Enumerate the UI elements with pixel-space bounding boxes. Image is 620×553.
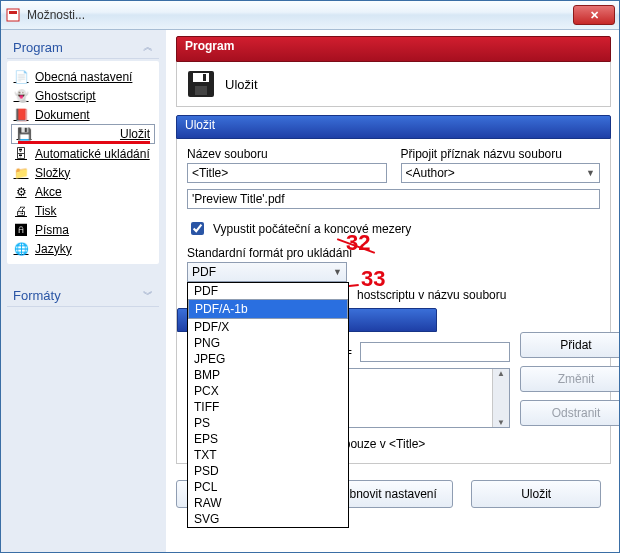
sidebar-item-label: Dokument bbox=[35, 108, 90, 122]
format-option[interactable]: PS bbox=[188, 415, 348, 431]
sidebar-item-general[interactable]: 📄 Obecná nastavení bbox=[11, 67, 155, 86]
sidebar-item-actions[interactable]: ⚙ Akce bbox=[11, 182, 155, 201]
category-header[interactable]: Formáty ︾ bbox=[7, 284, 159, 307]
chevron-up-icon: ︽ bbox=[143, 40, 153, 54]
sidebar-item-label: Obecná nastavení bbox=[35, 70, 132, 84]
svg-rect-1 bbox=[9, 11, 17, 14]
format-option[interactable]: PDF/A-1b bbox=[188, 299, 348, 319]
save-panel-header: Uložit bbox=[176, 115, 611, 139]
format-option[interactable]: PDF bbox=[188, 283, 348, 299]
file-name-label: Název souboru bbox=[187, 147, 387, 161]
sidebar-item-languages[interactable]: 🌐 Jazyky bbox=[11, 239, 155, 258]
options-window: Možnosti... ✕ Program ︽ 📄 Obecná nastave… bbox=[0, 0, 620, 553]
format-option[interactable]: RAW bbox=[188, 495, 348, 511]
banner-subtitle: Uložit bbox=[225, 77, 258, 92]
sidebar-category-formats: Formáty ︾ bbox=[7, 284, 159, 307]
svg-rect-0 bbox=[7, 9, 19, 21]
save-button[interactable]: Uložit bbox=[471, 480, 601, 508]
svg-rect-5 bbox=[203, 74, 206, 81]
page-icon: 📄 bbox=[13, 69, 29, 85]
window-body: Program ︽ 📄 Obecná nastavení 👻 Ghostscri… bbox=[1, 30, 619, 552]
chevron-down-icon: ▼ bbox=[586, 168, 595, 178]
flag-select[interactable]: <Author> ▼ bbox=[401, 163, 601, 183]
remove-button[interactable]: Odstranit bbox=[520, 400, 619, 426]
format-dropdown[interactable]: PDF ▼ PDF PDF/A-1b PDF/X PNG JPEG BMP PC… bbox=[187, 262, 347, 282]
autosave-icon: 🗄 bbox=[13, 146, 29, 162]
app-icon bbox=[5, 7, 21, 23]
sidebar-item-save[interactable]: 💾 Uložit bbox=[11, 124, 155, 144]
format-option[interactable]: BMP bbox=[188, 367, 348, 383]
banner-title: Program bbox=[185, 39, 234, 53]
category-header[interactable]: Program ︽ bbox=[7, 36, 159, 59]
floppy-icon bbox=[187, 70, 215, 98]
category-title: Formáty bbox=[13, 288, 61, 303]
std-format-label: Standardní formát pro ukládání bbox=[187, 246, 352, 260]
window-title: Možnosti... bbox=[27, 8, 573, 22]
ghost-icon: 👻 bbox=[13, 88, 29, 104]
save-panel: Název souboru Připojit příznak názvu sou… bbox=[176, 139, 611, 464]
document-icon: 📕 bbox=[13, 107, 29, 123]
svg-rect-4 bbox=[195, 86, 207, 95]
format-option[interactable]: EPS bbox=[188, 431, 348, 447]
close-button[interactable]: ✕ bbox=[573, 5, 615, 25]
format-option[interactable]: PCL bbox=[188, 479, 348, 495]
format-option[interactable]: PDF/X bbox=[188, 319, 348, 335]
format-option[interactable]: TXT bbox=[188, 447, 348, 463]
preview-input[interactable] bbox=[187, 189, 600, 209]
printer-icon: 🖨 bbox=[13, 203, 29, 219]
format-option[interactable]: TIFF bbox=[188, 399, 348, 415]
banner-body: Uložit bbox=[176, 62, 611, 107]
flag-label: Připojit příznak názvu souboru bbox=[401, 147, 601, 161]
language-icon: 🌐 bbox=[13, 241, 29, 257]
titlebar: Možnosti... ✕ bbox=[1, 1, 619, 30]
format-dropdown-button[interactable]: PDF ▼ bbox=[187, 262, 347, 282]
scrollbar[interactable]: ▲▼ bbox=[492, 369, 509, 427]
sidebar-category-program: Program ︽ 📄 Obecná nastavení 👻 Ghostscri… bbox=[7, 36, 159, 264]
trim-label: Vypustit počáteční a koncové mezery bbox=[213, 222, 411, 236]
annotation-underline bbox=[18, 141, 150, 144]
sidebar-item-label: Jazyky bbox=[35, 242, 72, 256]
sidebar: Program ︽ 📄 Obecná nastavení 👻 Ghostscri… bbox=[1, 30, 166, 552]
replace-to-input[interactable] bbox=[360, 342, 510, 362]
sidebar-item-label: Písma bbox=[35, 223, 69, 237]
sidebar-item-document[interactable]: 📕 Dokument bbox=[11, 105, 155, 124]
category-body: 📄 Obecná nastavení 👻 Ghostscript 📕 Dokum… bbox=[7, 61, 159, 264]
format-option[interactable]: PCX bbox=[188, 383, 348, 399]
sidebar-item-label: Ghostscript bbox=[35, 89, 96, 103]
chevron-down-icon: ▼ bbox=[333, 267, 342, 277]
floppy-icon: 💾 bbox=[16, 126, 32, 142]
sidebar-item-label: Akce bbox=[35, 185, 62, 199]
add-button[interactable]: Přidat bbox=[520, 332, 619, 358]
chevron-down-icon: ︾ bbox=[143, 288, 153, 302]
sidebar-item-fonts[interactable]: 🅰 Písma bbox=[11, 220, 155, 239]
sidebar-item-ghostscript[interactable]: 👻 Ghostscript bbox=[11, 86, 155, 105]
category-title: Program bbox=[13, 40, 63, 55]
sidebar-item-print[interactable]: 🖨 Tisk bbox=[11, 201, 155, 220]
format-option[interactable]: PSD bbox=[188, 463, 348, 479]
ghostscript-label-fragment: hostscriptu v názvu souboru bbox=[357, 288, 506, 302]
flag-value: <Author> bbox=[406, 166, 455, 180]
font-icon: 🅰 bbox=[13, 222, 29, 238]
format-dropdown-list: PDF PDF/A-1b PDF/X PNG JPEG BMP PCX TIFF… bbox=[187, 282, 349, 528]
sidebar-item-folders[interactable]: 📁 Složky bbox=[11, 163, 155, 182]
sidebar-item-label: Automatické ukládání bbox=[35, 147, 150, 161]
svg-rect-3 bbox=[193, 73, 209, 82]
trim-checkbox[interactable] bbox=[191, 222, 204, 235]
sidebar-item-label: Tisk bbox=[35, 204, 57, 218]
sidebar-item-label: Složky bbox=[35, 166, 70, 180]
edit-button[interactable]: Změnit bbox=[520, 366, 619, 392]
format-option[interactable]: SVG bbox=[188, 511, 348, 527]
program-banner: Program bbox=[176, 36, 611, 62]
sidebar-item-autosave[interactable]: 🗄 Automatické ukládání bbox=[11, 144, 155, 163]
save-panel-title: Uložit bbox=[185, 118, 215, 132]
sidebar-item-label: Uložit bbox=[120, 127, 150, 141]
actions-icon: ⚙ bbox=[13, 184, 29, 200]
format-option[interactable]: JPEG bbox=[188, 351, 348, 367]
file-name-input[interactable] bbox=[187, 163, 387, 183]
format-selected: PDF bbox=[192, 265, 216, 279]
folder-icon: 📁 bbox=[13, 165, 29, 181]
format-option[interactable]: PNG bbox=[188, 335, 348, 351]
main-panel: Program Uložit Uložit Název souboru bbox=[166, 30, 619, 552]
